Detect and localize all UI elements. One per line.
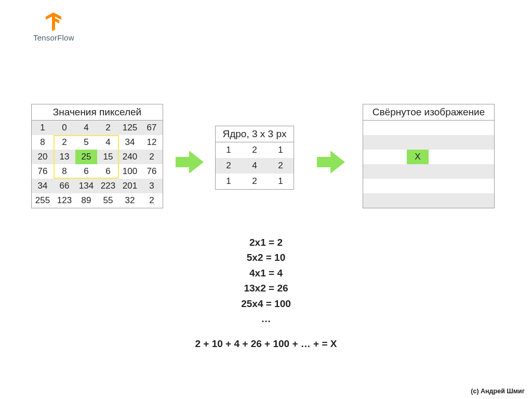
pixel-cell: 4 bbox=[97, 135, 119, 150]
pixel-cell: 89 bbox=[75, 193, 97, 208]
table-row bbox=[363, 121, 494, 135]
pixels-table: Значения пикселей 1042125678254341220132… bbox=[31, 104, 163, 208]
pixel-cell: 2 bbox=[141, 150, 163, 164]
output-cell bbox=[363, 179, 385, 193]
pixel-cell: 13 bbox=[54, 150, 75, 164]
pixel-cell: 5 bbox=[75, 135, 97, 150]
output-cell bbox=[450, 121, 472, 135]
table-row: 82543412 bbox=[32, 135, 163, 150]
output-cell bbox=[407, 164, 429, 179]
output-cell bbox=[385, 164, 407, 179]
output-cell bbox=[450, 179, 472, 193]
output-cell bbox=[363, 121, 385, 135]
output-body: X bbox=[363, 121, 494, 208]
output-table: Свёрнутое изображение X bbox=[363, 104, 495, 208]
pixel-cell: 2 bbox=[141, 193, 163, 208]
computation-line: 4x1 = 4 bbox=[0, 265, 532, 281]
svg-marker-1 bbox=[55, 18, 59, 23]
pixel-cell: 34 bbox=[119, 135, 141, 150]
output-cell bbox=[385, 135, 407, 150]
pixel-cell: 15 bbox=[97, 150, 119, 164]
pixel-cell: 100 bbox=[119, 164, 141, 179]
output-cell bbox=[363, 193, 385, 208]
output-cell bbox=[450, 135, 472, 150]
output-cell bbox=[407, 179, 429, 193]
svg-marker-3 bbox=[317, 151, 345, 174]
pixel-cell: 123 bbox=[54, 193, 75, 208]
output-cell bbox=[450, 193, 472, 208]
pixel-cell: 240 bbox=[119, 150, 141, 164]
kernel-cell: 2 bbox=[268, 158, 294, 174]
kernel-title: Ядро, 3 x 3 px bbox=[216, 126, 294, 142]
pixel-cell: 8 bbox=[32, 135, 54, 150]
kernel-cell: 1 bbox=[216, 174, 242, 189]
pixel-cell: 4 bbox=[75, 121, 97, 135]
kernel-cell: 1 bbox=[268, 142, 294, 158]
tensorflow-logo: TensorFlow bbox=[33, 12, 74, 42]
table-row: 242 bbox=[216, 158, 294, 174]
pixel-cell: 125 bbox=[119, 121, 141, 135]
computation-lines: 2x1 = 25x2 = 104x1 = 413x2 = 2625x4 = 10… bbox=[0, 235, 532, 327]
kernel-cell: 2 bbox=[242, 174, 268, 189]
output-cell bbox=[472, 135, 494, 150]
computation-line: 2x1 = 2 bbox=[0, 235, 532, 250]
svg-marker-2 bbox=[176, 151, 204, 174]
output-cell bbox=[472, 179, 494, 193]
pixel-cell: 2 bbox=[97, 121, 119, 135]
table-row: 34661342232013 bbox=[32, 179, 163, 193]
output-cell bbox=[385, 179, 407, 193]
kernel-cell: 2 bbox=[216, 158, 242, 174]
table-row: 201325152402 bbox=[32, 150, 163, 164]
computation-line: … bbox=[0, 311, 532, 326]
output-cell bbox=[429, 179, 450, 193]
computation-line: 13x2 = 26 bbox=[0, 281, 532, 296]
output-cell bbox=[363, 164, 385, 179]
output-cell bbox=[450, 164, 472, 179]
pixel-cell: 12 bbox=[141, 135, 163, 150]
pixel-cell: 8 bbox=[54, 164, 75, 179]
output-cell bbox=[385, 150, 407, 164]
pixel-cell: 255 bbox=[32, 193, 54, 208]
pixel-cell: 76 bbox=[32, 164, 54, 179]
output-cell bbox=[450, 150, 472, 164]
computation-sum: 2 + 10 + 4 + 26 + 100 + … + = X bbox=[0, 336, 532, 351]
table-row: 121 bbox=[216, 142, 294, 158]
table-row bbox=[363, 193, 494, 208]
output-cell: X bbox=[407, 150, 429, 164]
output-cell bbox=[429, 164, 450, 179]
tensorflow-label: TensorFlow bbox=[33, 33, 74, 42]
pixel-cell: 0 bbox=[54, 121, 75, 135]
arrow-icon bbox=[316, 150, 346, 177]
table-row: 7686610076 bbox=[32, 164, 163, 179]
pixels-title: Значения пикселей bbox=[32, 104, 163, 121]
output-cell bbox=[429, 150, 450, 164]
pixel-cell: 76 bbox=[141, 164, 163, 179]
computation-block: 2x1 = 25x2 = 104x1 = 413x2 = 2625x4 = 10… bbox=[0, 235, 532, 351]
output-cell bbox=[407, 135, 429, 150]
pixel-cell: 67 bbox=[141, 121, 163, 135]
pixel-cell: 32 bbox=[119, 193, 141, 208]
pixel-cell: 66 bbox=[54, 179, 75, 193]
pixel-cell: 134 bbox=[75, 179, 97, 193]
computation-line: 25x4 = 100 bbox=[0, 296, 532, 311]
kernel-cell: 1 bbox=[268, 174, 294, 189]
table-row: 121 bbox=[216, 174, 294, 189]
output-cell bbox=[385, 193, 407, 208]
output-cell bbox=[407, 193, 429, 208]
pixel-cell: 20 bbox=[32, 150, 54, 164]
pixel-cell: 201 bbox=[119, 179, 141, 193]
pixels-body: 1042125678254341220132515240276866100763… bbox=[32, 121, 163, 208]
table-row: 104212567 bbox=[32, 121, 163, 135]
kernel-table: Ядро, 3 x 3 px 121242121 bbox=[215, 126, 294, 190]
arrow-icon bbox=[175, 150, 205, 177]
output-cell bbox=[472, 150, 494, 164]
output-cell bbox=[407, 121, 429, 135]
table-row: X bbox=[363, 150, 494, 164]
pixel-cell: 1 bbox=[32, 121, 54, 135]
output-cell bbox=[429, 135, 450, 150]
computation-line: 5x2 = 10 bbox=[0, 250, 532, 265]
diagram-stage: Значения пикселей 1042125678254341220132… bbox=[0, 104, 532, 239]
kernel-body: 121242121 bbox=[216, 142, 294, 189]
pixel-cell: 6 bbox=[97, 164, 119, 179]
output-cell bbox=[429, 193, 450, 208]
